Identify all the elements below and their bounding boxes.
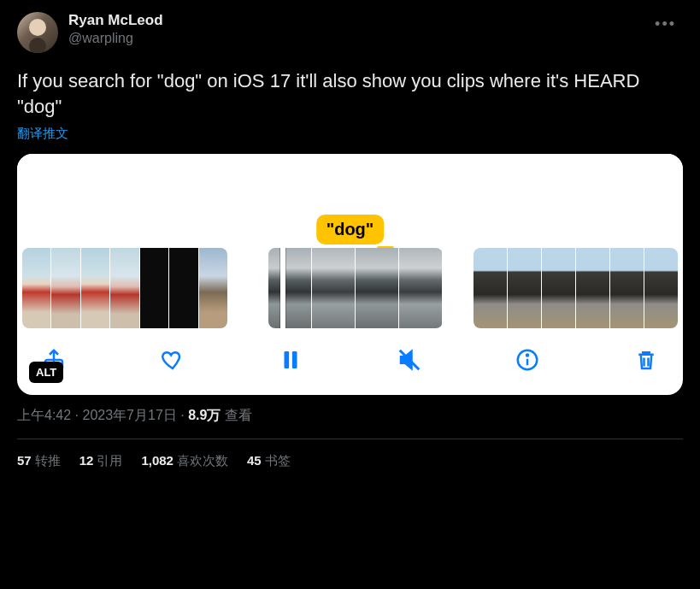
svg-rect-1 xyxy=(285,351,290,368)
author-block[interactable]: Ryan McLeod @warpling xyxy=(68,12,648,46)
stat-bookmarks[interactable]: 45书签 xyxy=(247,453,291,469)
clip-group-2[interactable] xyxy=(268,248,443,328)
alt-badge[interactable]: ALT xyxy=(29,362,63,383)
svg-point-6 xyxy=(526,355,528,356)
views-count: 8.9万 xyxy=(188,408,221,422)
timeline-frame xyxy=(542,248,575,328)
timeline-frame xyxy=(140,248,168,328)
meta-sep: · xyxy=(71,408,82,422)
divider xyxy=(17,439,683,439)
timeline-frame xyxy=(610,248,644,328)
tweet-container: Ryan McLeod @warpling ••• If you search … xyxy=(0,0,700,469)
clip-group-1[interactable] xyxy=(22,248,227,328)
timeline-frame xyxy=(474,248,507,328)
timeline-frame xyxy=(356,248,398,328)
stat-retweets[interactable]: 57转推 xyxy=(17,453,61,469)
stat-quotes[interactable]: 12引用 xyxy=(79,453,123,469)
timeline-frame xyxy=(268,248,311,328)
timeline-frame xyxy=(22,248,50,328)
trash-icon[interactable] xyxy=(633,347,659,373)
more-button[interactable]: ••• xyxy=(648,12,683,37)
media-upper: "dog" xyxy=(17,154,683,248)
playhead[interactable] xyxy=(280,248,285,328)
video-timeline[interactable] xyxy=(17,248,683,328)
svg-rect-2 xyxy=(292,351,297,368)
display-name: Ryan McLeod xyxy=(68,12,648,29)
timeline-frame xyxy=(81,248,109,328)
avatar[interactable] xyxy=(17,12,58,53)
timeline-frame xyxy=(110,248,138,328)
tweet-meta: 上午4:42 · 2023年7月17日 · 8.9万 查看 xyxy=(17,407,683,425)
timeline-frame xyxy=(312,248,355,328)
meta-date[interactable]: 2023年7月17日 xyxy=(82,408,176,422)
ellipsis-icon: ••• xyxy=(655,15,676,32)
info-icon[interactable] xyxy=(515,347,540,373)
timeline-frame xyxy=(576,248,609,328)
handle: @warpling xyxy=(68,31,648,46)
caption-bubble: "dog" xyxy=(316,215,385,244)
meta-sep2: · xyxy=(177,408,188,422)
stat-likes[interactable]: 1,082喜欢次数 xyxy=(141,453,228,469)
timeline-frame xyxy=(199,248,227,328)
views-label: 查看 xyxy=(225,408,252,422)
stats-row: 57转推 12引用 1,082喜欢次数 45书签 xyxy=(17,453,683,469)
tweet-text: If you search for "dog" on iOS 17 it'll … xyxy=(17,68,683,119)
heart-icon[interactable] xyxy=(160,347,185,373)
meta-time[interactable]: 上午4:42 xyxy=(17,408,71,422)
timeline-frame xyxy=(644,248,678,328)
timeline-frame xyxy=(399,248,442,328)
mute-icon[interactable] xyxy=(397,347,422,373)
timeline-frame xyxy=(169,248,197,328)
timeline-frame xyxy=(508,248,541,328)
media-card[interactable]: "dog" xyxy=(17,154,683,395)
media-toolbar xyxy=(17,328,683,395)
translate-link[interactable]: 翻译推文 xyxy=(17,126,683,142)
tweet-header: Ryan McLeod @warpling ••• xyxy=(17,12,683,53)
clip-group-3[interactable] xyxy=(474,248,678,328)
timeline-frame xyxy=(51,248,79,328)
pause-icon[interactable] xyxy=(278,347,303,373)
